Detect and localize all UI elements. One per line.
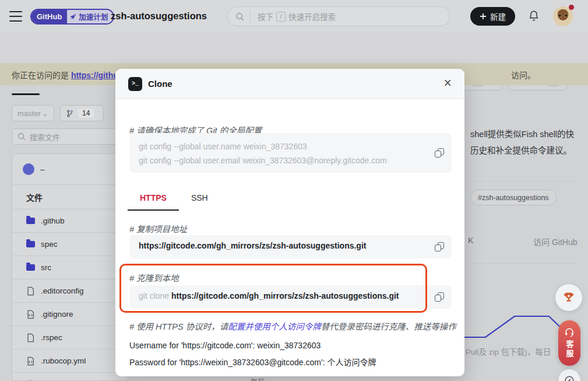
copy-icon[interactable] [435, 292, 444, 302]
https-url-codeblock: https://gitcode.com/gh_mirrors/zs/zsh-au… [129, 235, 452, 258]
clone-codeblock: git clone https://gitcode.com/gh_mirrors… [129, 285, 452, 309]
git-config-line-1: git config --global user.name weixin_387… [139, 139, 428, 153]
tab-https[interactable]: HTTPS [128, 193, 179, 211]
copy-url-comment: # 复制项目地址 [129, 222, 187, 235]
clone-url: https://gitcode.com/gh_mirrors/zs/zsh-au… [171, 291, 399, 300]
customer-service-button[interactable]: 客服 [558, 320, 580, 366]
trophy-icon [562, 291, 575, 304]
username-hint: Username for 'https://gitcode.com': weix… [129, 341, 321, 350]
git-config-codeblock: git config --global user.name weixin_387… [129, 133, 452, 173]
modal-header: >_ Clone [115, 69, 464, 99]
https-token-comment: # 使用 HTTPS 协议时，请配置并使用个人访问令牌替代登录密码进行克隆、推送… [129, 320, 456, 332]
clone-modal: >_ Clone × # 请确保本地完成了 Git 的全局配置 git conf… [115, 69, 464, 376]
compass-icon [564, 375, 575, 381]
customer-service-label: 客服 [564, 340, 575, 359]
modal-title: Clone [148, 79, 172, 89]
tab-ssh[interactable]: SSH [179, 193, 220, 211]
token-settings-link[interactable]: 配置并使用个人访问令牌 [228, 322, 321, 331]
https-url: https://gitcode.com/gh_mirrors/zs/zsh-au… [139, 241, 366, 250]
rewards-trophy-button[interactable] [555, 284, 582, 311]
terminal-icon: >_ [128, 77, 142, 91]
copy-icon[interactable] [435, 242, 444, 251]
password-hint: Password for 'https://weixin_38732603@gi… [129, 356, 376, 368]
clone-comment: # 克隆到本地 [129, 271, 179, 284]
copy-icon[interactable] [435, 148, 444, 158]
headset-icon [564, 327, 575, 338]
git-config-line-2: git config --global user.email weixin_38… [139, 153, 428, 167]
close-icon[interactable]: × [444, 76, 452, 90]
clone-prefix: git clone [139, 291, 171, 300]
protocol-tabs: HTTPS SSH [128, 193, 220, 211]
